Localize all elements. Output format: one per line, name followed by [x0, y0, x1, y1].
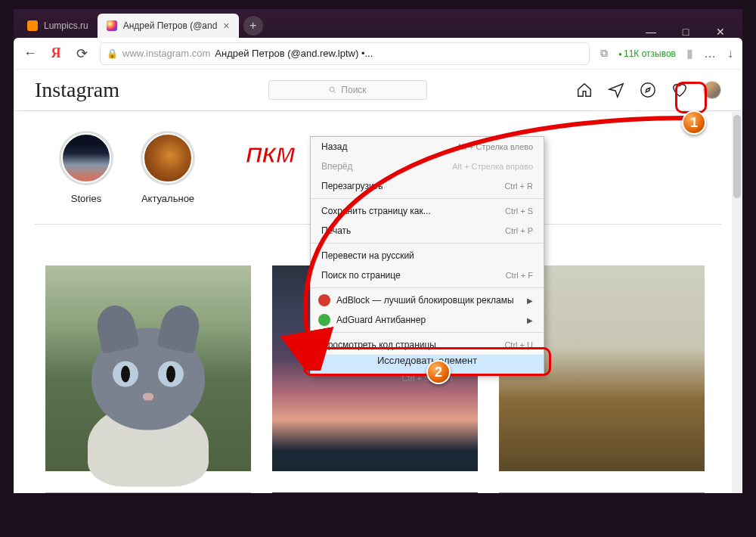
- ctx-view-source[interactable]: Просмотреть код страницыCtrl + U: [311, 335, 544, 355]
- scrollbar-thumb[interactable]: [733, 115, 741, 198]
- shortcut: Ctrl + F: [506, 271, 533, 280]
- window-controls: — □ ✕: [644, 26, 738, 38]
- shortcut: Ctrl + S: [505, 206, 533, 216]
- instagram-nav: [576, 81, 721, 99]
- annotation-badge-2: 2: [426, 360, 451, 384]
- scrollbar[interactable]: [732, 112, 742, 493]
- annotation-badge-1: 1: [682, 110, 706, 135]
- highlight-cover: [143, 133, 193, 183]
- annotation-pkm-label: ПКМ: [246, 142, 295, 168]
- context-menu: НазадAlt + Стрелка влево ВперёдAlt + Стр…: [310, 136, 544, 375]
- shortcut: Ctrl + U: [504, 340, 533, 349]
- ctx-print[interactable]: ПечатьCtrl + P: [311, 221, 544, 241]
- instagram-logo[interactable]: Instagram: [35, 78, 119, 102]
- shortcut: Alt + Стрелка вправо: [452, 162, 533, 171]
- highlight-label: Актуальное: [141, 193, 194, 204]
- highlight-stories[interactable]: Stories: [59, 131, 113, 204]
- favicon-lumpics: [27, 20, 38, 31]
- home-icon[interactable]: [576, 82, 593, 98]
- ctx-reload[interactable]: ПерезагрузитьCtrl + R: [311, 176, 544, 196]
- window-minimize[interactable]: —: [644, 26, 658, 38]
- shortcut: Ctrl + R: [504, 182, 533, 191]
- post-thumbnail[interactable]: [499, 492, 705, 493]
- search-icon: [329, 86, 336, 94]
- tab-lumpics[interactable]: Lumpics.ru: [18, 14, 98, 38]
- shortcut: Ctrl + P: [505, 226, 533, 235]
- copy-url-icon[interactable]: ⧉: [600, 47, 608, 60]
- reviews-indicator[interactable]: 11К отзывов: [618, 48, 676, 59]
- ctx-save-as[interactable]: Сохранить страницу как...Ctrl + S: [311, 201, 544, 221]
- svg-line-1: [334, 91, 336, 93]
- chevron-right-icon: ▶: [527, 296, 533, 305]
- browser-menu-icon[interactable]: …: [704, 47, 717, 61]
- ctx-back[interactable]: НазадAlt + Стрелка влево: [311, 137, 544, 157]
- shortcut: Alt + Стрелка влево: [457, 142, 533, 151]
- ctx-translate[interactable]: Перевести на русский: [311, 246, 544, 265]
- adblock-icon: [318, 294, 330, 306]
- highlight-label: Stories: [71, 193, 101, 204]
- bookmark-icon[interactable]: ▮: [686, 46, 693, 61]
- browser-toolbar: ← Я ⟳ 🔒 www.instagram.com Андрей Петров …: [14, 38, 742, 70]
- post-thumbnail[interactable]: [45, 492, 251, 493]
- ctx-forward: ВперёдAlt + Стрелка вправо: [311, 157, 544, 176]
- profile-avatar[interactable]: [703, 81, 721, 99]
- tab-strip: Lumpics.ru Андрей Петров (@and × + — □ ✕: [14, 9, 742, 38]
- yandex-button[interactable]: Я: [48, 45, 64, 61]
- reload-button[interactable]: ⟳: [74, 45, 89, 62]
- url-domain: www.instagram.com: [122, 48, 210, 59]
- url-title: Андрей Петров (@and.rew.lptw) •...: [215, 48, 373, 59]
- tab-label: Андрей Петров (@and: [123, 20, 218, 31]
- tab-instagram[interactable]: Андрей Петров (@and ×: [98, 14, 239, 38]
- new-tab-button[interactable]: +: [243, 16, 263, 36]
- activity-icon[interactable]: [671, 82, 688, 98]
- cat-image: [91, 327, 205, 430]
- lock-icon: 🔒: [107, 48, 118, 59]
- instagram-header: Instagram Поиск: [14, 70, 742, 111]
- address-bar[interactable]: 🔒 www.instagram.com Андрей Петров (@and.…: [100, 42, 590, 65]
- ctx-adblock[interactable]: AdBlock — лучший блокировщик рекламы▶: [311, 290, 544, 310]
- search-input[interactable]: Поиск: [268, 80, 427, 100]
- window-close[interactable]: ✕: [714, 26, 727, 38]
- favicon-instagram: [107, 20, 117, 31]
- messages-icon[interactable]: [608, 82, 624, 98]
- search-placeholder: Поиск: [341, 85, 366, 95]
- ctx-find[interactable]: Поиск по страницеCtrl + F: [311, 265, 544, 285]
- tab-label: Lumpics.ru: [44, 20, 88, 31]
- adguard-icon: [318, 314, 330, 326]
- highlight-cover: [61, 133, 111, 183]
- explore-icon[interactable]: [640, 82, 656, 98]
- chevron-right-icon: ▶: [527, 316, 533, 324]
- downloads-icon[interactable]: ↓: [727, 47, 733, 61]
- highlight-actual[interactable]: Актуальное: [141, 131, 195, 204]
- tab-close-icon[interactable]: ×: [223, 20, 229, 32]
- ctx-adguard[interactable]: AdGuard Антибаннер▶: [311, 310, 544, 330]
- post-thumbnail[interactable]: [272, 492, 478, 493]
- post-thumbnail[interactable]: [45, 265, 251, 471]
- back-button[interactable]: ←: [23, 45, 38, 61]
- svg-point-0: [330, 87, 335, 92]
- svg-point-2: [641, 83, 655, 97]
- window-maximize[interactable]: □: [679, 26, 692, 38]
